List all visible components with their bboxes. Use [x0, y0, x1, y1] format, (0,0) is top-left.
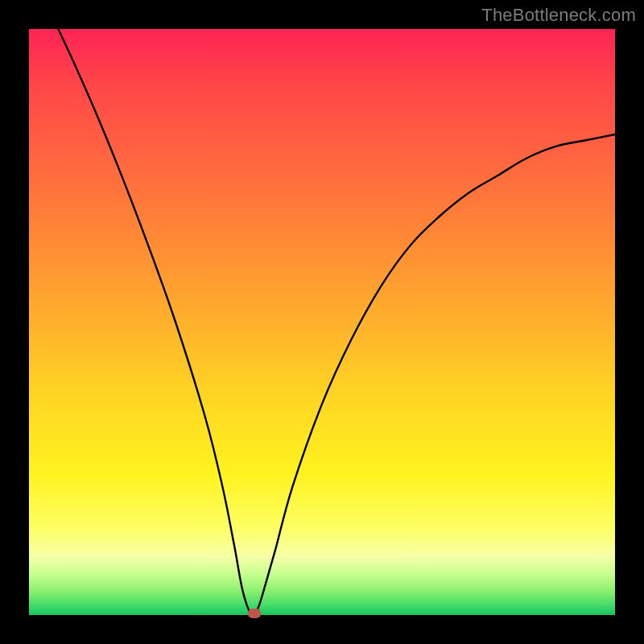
chart-frame: TheBottleneck.com	[0, 0, 644, 644]
watermark-text: TheBottleneck.com	[481, 5, 636, 26]
bottleneck-curve	[29, 29, 615, 615]
plot-area	[29, 29, 615, 615]
optimal-point-marker	[248, 609, 261, 618]
curve-path	[29, 0, 615, 616]
